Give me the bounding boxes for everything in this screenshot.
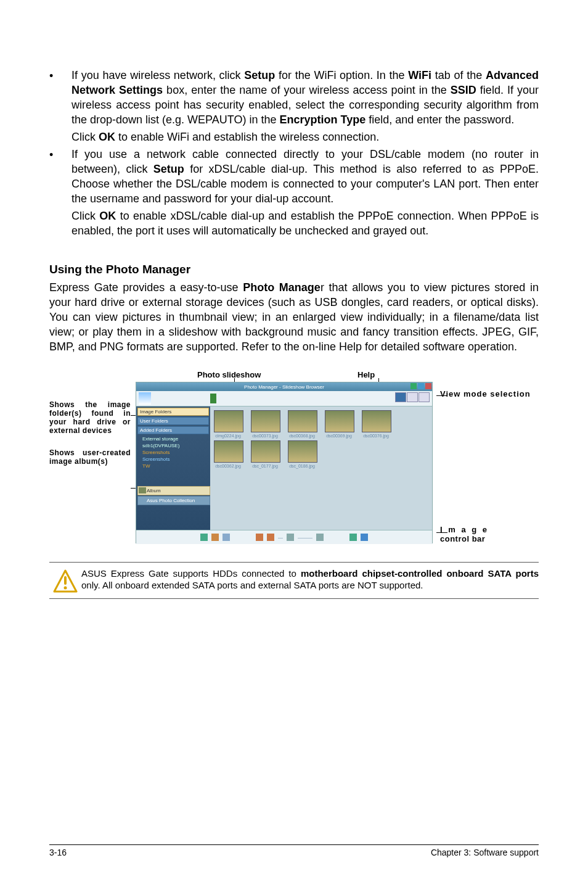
sidebar-item-tw[interactable]: TW	[137, 463, 209, 469]
sidebar-header-image-folders[interactable]: Image Folders	[137, 408, 209, 416]
tool-icon[interactable]	[211, 534, 219, 541]
thumbnail-caption: dsc00373.jpg	[251, 434, 279, 438]
app-logo-icon	[139, 392, 151, 405]
zoom-out-icon[interactable]	[287, 534, 294, 541]
maximize-icon[interactable]	[418, 383, 424, 389]
label-view-mode: View mode selection	[440, 389, 531, 398]
chapter-label: Chapter 3: Software support	[431, 848, 539, 857]
slider[interactable]: ———	[298, 535, 312, 540]
thumbnail[interactable]: dsc_0186.jpg	[288, 440, 316, 468]
rotate-right-icon[interactable]	[267, 534, 274, 541]
slideshow-icon[interactable]	[210, 394, 216, 403]
view-list-icon[interactable]	[407, 392, 418, 402]
thumbnail-image	[325, 410, 354, 432]
bullet-1-main: If you have wireless network, click Setu…	[71, 69, 539, 126]
svg-point-2	[64, 587, 67, 590]
thumbnail[interactable]: dsc00373.jpg	[251, 410, 279, 438]
image-control-bar[interactable]: — ———	[136, 530, 432, 544]
bullet-1-sub: Click OK to enable WiFi and establish th…	[71, 130, 539, 144]
thumbnail[interactable]: dsc00368.jpg	[288, 410, 316, 438]
tool-icon[interactable]	[200, 534, 208, 541]
sidebar-header-user-folders[interactable]: User Folders	[137, 417, 209, 425]
sidebar-header-added-folders[interactable]: Added Folders	[137, 426, 209, 434]
thumbnail[interactable]: dsc00362.jpg	[214, 440, 242, 468]
page-footer: 3-16 Chapter 3: Software support	[49, 844, 539, 857]
thumbnail-image	[214, 440, 243, 463]
page-number: 3-16	[49, 848, 67, 857]
figure: Photo slideshow Help Shows the image fol…	[49, 370, 539, 543]
thumbnail-caption: dsc00368.jpg	[288, 434, 316, 438]
album-label: Album	[147, 488, 161, 493]
thumbnail-grid: cimg0224.jpgdsc00373.jpgdsc00368.jpgdsc0…	[210, 406, 432, 530]
thumbnail-caption: dsc_0177.jpg	[251, 464, 279, 468]
next-icon[interactable]	[361, 534, 368, 541]
tool-icon[interactable]	[223, 534, 230, 541]
thumbnail-image	[251, 440, 280, 463]
zoom-in-icon[interactable]	[316, 534, 324, 541]
thumbnail-caption: dsc_0186.jpg	[288, 464, 316, 468]
bullet-2-sub: Click OK to enable xDSL/cable dial-up an…	[71, 208, 539, 238]
sidebar-item-screenshots2[interactable]: Screenshots	[137, 456, 209, 463]
label-image-folders: Shows the image folder(s) found in your …	[49, 400, 131, 435]
photo-manager-window: Photo Manager - Slideshow Browser	[136, 382, 433, 543]
rotate-left-icon[interactable]	[256, 534, 263, 541]
album-list: Album Asus Photo Collection	[137, 486, 210, 506]
thumbnail[interactable]: dsc_0177.jpg	[251, 440, 279, 468]
thumbnail-image	[214, 410, 243, 432]
thumbnail[interactable]: cimg0224.jpg	[214, 410, 242, 438]
thumbnail-image	[362, 410, 391, 432]
thumb-row: cimg0224.jpgdsc00373.jpgdsc00368.jpgdsc0…	[214, 410, 428, 438]
label-image-control: I m a g e control bar	[440, 525, 489, 543]
note-box: ASUS Express Gate supports HDDs connecte…	[49, 562, 539, 599]
thumb-row: dsc00362.jpgdsc_0177.jpgdsc_0186.jpg	[214, 440, 428, 468]
thumbnail-caption: dsc00362.jpg	[214, 464, 242, 468]
thumbnail-caption: cimg0224.jpg	[214, 434, 242, 438]
album-thumb-icon	[139, 487, 146, 493]
thumbnail-caption: dsc00369.jpg	[325, 434, 353, 438]
prev-icon[interactable]	[349, 534, 357, 541]
thumbnail-caption: dsc00376.jpg	[362, 434, 390, 438]
label-help: Help	[357, 370, 468, 379]
view-mode-switch[interactable]	[395, 392, 430, 402]
sidebar-item-sdb1[interactable]: sdb1(DVPAUSE)	[137, 442, 209, 449]
sidebar-item-screenshots[interactable]: Screenshots	[137, 449, 209, 456]
thumbnail-image	[251, 410, 280, 432]
note-text: ASUS Express Gate supports HDDs connecte…	[81, 567, 539, 591]
section-body: Express Gate provides a easy-to-use Phot…	[49, 280, 539, 354]
view-thumb-icon[interactable]	[395, 392, 406, 402]
warning-icon	[49, 567, 81, 593]
album-item[interactable]: Asus Photo Collection	[137, 496, 210, 505]
label-image-albums: Shows user-created image album(s)	[49, 448, 131, 466]
thumbnail[interactable]: dsc00369.jpg	[325, 410, 353, 438]
window-titlebar: Photo Manager - Slideshow Browser	[136, 382, 432, 391]
thumbnail[interactable]: dsc00376.jpg	[362, 410, 390, 438]
bullet-dot: •	[49, 68, 71, 144]
toolbar	[136, 391, 432, 406]
svg-rect-1	[64, 576, 67, 585]
window-title: Photo Manager - Slideshow Browser	[244, 384, 324, 390]
bullet-dot: •	[49, 147, 71, 238]
sidebar-item-external[interactable]: External storage	[137, 435, 209, 442]
window-controls[interactable]	[410, 382, 432, 390]
label-photo-slideshow: Photo slideshow	[197, 370, 357, 379]
view-detail-icon[interactable]	[419, 392, 430, 402]
thumbnail-image	[288, 440, 317, 463]
album-item[interactable]: Album	[137, 486, 210, 495]
section-title: Using the Photo Manager	[49, 263, 539, 276]
minimize-icon[interactable]	[410, 383, 417, 389]
album-label: Asus Photo Collection	[147, 498, 195, 503]
bullet-2-main: If you use a network cable connected dir…	[71, 148, 539, 205]
zoom-value: —	[278, 535, 283, 540]
close-icon[interactable]	[425, 383, 431, 389]
sidebar: Image Folders User Folders Added Folders…	[136, 406, 210, 530]
bullet-list: • If you have wireless network, click Se…	[49, 68, 539, 238]
thumbnail-image	[288, 410, 317, 432]
